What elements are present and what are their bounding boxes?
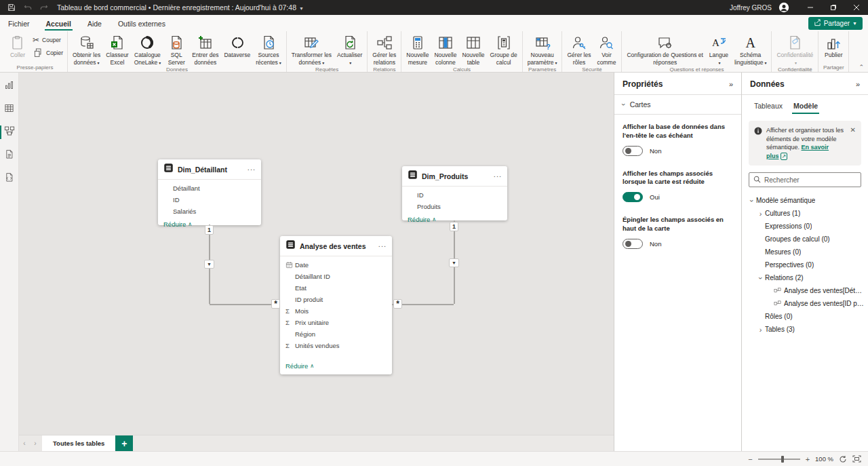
reset-zoom-icon[interactable] [839, 455, 847, 463]
tree-item-modele-semantique[interactable]: ›Modèle sémantique [747, 194, 865, 207]
voir-comme-button[interactable]: Voircomme [593, 33, 619, 66]
menu-item-accueil[interactable]: Accueil [38, 16, 79, 31]
table-card-dim-produits[interactable]: Dim_Produits...IDProduitsRéduire∧ [402, 166, 507, 220]
obtenir-les-donnees-button[interactable]: Obtenir lesdonnées▾ [70, 33, 103, 66]
table-card-header[interactable]: Analyse des ventes... [280, 236, 392, 256]
save-icon[interactable] [7, 3, 16, 12]
nouvelle-table-button[interactable]: Nouvelletable [459, 33, 487, 66]
minimize-button[interactable] [799, 0, 822, 15]
fit-to-screen-icon[interactable] [852, 455, 861, 463]
table-card-header[interactable]: Dim_Produits... [402, 166, 507, 187]
collapse-label: Réduire [285, 362, 308, 370]
add-layout-button[interactable]: + [115, 435, 133, 451]
field-detaillant-id[interactable]: Détaillant ID [285, 271, 387, 282]
zoom-in-icon[interactable]: + [806, 455, 810, 463]
chevron-icon[interactable]: › [748, 196, 756, 205]
share-button[interactable]: Partager ▼ [808, 17, 863, 30]
nouvelle-colonne-button[interactable]: Nouvellecolonne [431, 33, 459, 66]
field-id[interactable]: ID [163, 194, 256, 206]
tree-item-relations-2[interactable]: ›Relations (2) [747, 271, 865, 284]
search-input[interactable] [764, 176, 856, 184]
tree-item-analyse-des-ventes-detai[interactable]: Analyse des ventes[Détaillant ID] <… [747, 284, 865, 297]
field-unites-vendues[interactable]: ΣUnités vendues [285, 340, 387, 351]
chevron-icon[interactable]: › [756, 326, 765, 334]
field-id-produit[interactable]: ID produit [285, 294, 387, 305]
gerer-les-roles-button[interactable]: Gérer lesrôles [564, 33, 593, 66]
tree-item-cultures-1[interactable]: ›Cultures (1) [747, 207, 865, 220]
entrer-des-donnees-button[interactable]: Entrer desdonnées [189, 33, 221, 66]
collapse-ribbon-icon[interactable]: ⌃ [859, 64, 864, 71]
nouvelle-mesure-button[interactable]: Nouvellemesure [403, 33, 431, 66]
tab-tableaux[interactable]: Tableaux [750, 100, 787, 114]
rail-item-model-view[interactable] [0, 124, 19, 140]
zoom-slider[interactable] [758, 459, 800, 460]
field-label: Prix unitaire [295, 319, 329, 326]
field-label: Salariés [173, 208, 196, 215]
field-region[interactable]: Région [285, 328, 387, 340]
tree-item-tables-3[interactable]: ›Tables (3) [747, 323, 865, 336]
more-options-icon[interactable]: ... [494, 172, 502, 180]
field-mois[interactable]: ΣMois [285, 305, 387, 317]
user-avatar[interactable] [778, 2, 789, 13]
sql-server-button[interactable]: SQLServer [163, 33, 189, 66]
toggle-switch[interactable] [623, 146, 643, 156]
tree-item-perspectives-0[interactable]: Perspectives (0) [747, 258, 865, 271]
ribbon-group-presse-papiers: Coller✂CouperCopierPresse-papiers [3, 31, 68, 72]
rail-item-table-view[interactable] [0, 101, 19, 117]
tree-item-expressions-0[interactable]: Expressions (0) [747, 220, 865, 233]
actualiser-button[interactable]: Actualiser▾ [334, 33, 365, 66]
dataverse-button[interactable]: Dataverse [221, 33, 253, 66]
groupe-de-calcul-button[interactable]: Groupe decalcul [488, 33, 520, 66]
close-button[interactable] [845, 0, 868, 15]
field-date[interactable]: Date [285, 259, 387, 271]
transformer-les-donnees-button[interactable]: Transformer lesdonnées▾ [289, 33, 334, 66]
chevron-icon[interactable]: › [756, 210, 765, 218]
document-title[interactable]: Tableau de bord commercial • Dernière en… [57, 3, 304, 12]
table-card-dim-detaillant[interactable]: Dim_Détaillant...DétaillantIDSalariésRéd… [158, 159, 261, 225]
field-etat[interactable]: Etat [285, 282, 387, 294]
table-card-analyse-des-ventes[interactable]: Analyse des ventes...DateDétaillant IDEt… [280, 236, 392, 374]
cards-section-header[interactable]: › Cartes [614, 95, 741, 115]
chevron-icon[interactable]: › [757, 273, 765, 282]
classeur-excel-button[interactable]: ClasseurExcel [103, 33, 132, 66]
close-icon[interactable]: ✕ [849, 126, 857, 134]
model-canvas[interactable]: Dim_Détaillant...DétaillantIDSalariésRéd… [19, 73, 614, 435]
collapse-card-link[interactable]: Réduire∧ [280, 359, 392, 374]
tree-item-analyse-des-ventes-id-pr[interactable]: Analyse des ventes[ID produit] <— … [747, 297, 865, 310]
zoom-out-icon[interactable]: − [748, 455, 752, 463]
catalogue-onelake-button[interactable]: CatalogueOneLake▾ [132, 33, 164, 66]
layout-tab[interactable]: Toutes les tables [42, 435, 115, 451]
collapse-panel-icon[interactable]: » [729, 80, 733, 88]
field-salaries[interactable]: Salariés [163, 206, 256, 217]
rail-item-dax-query-view[interactable] [0, 147, 19, 163]
field-prix-unitaire[interactable]: ΣPrix unitaire [285, 317, 387, 328]
table-card-header[interactable]: Dim_Détaillant... [158, 159, 261, 180]
more-options-icon[interactable]: ... [378, 242, 387, 250]
field-id[interactable]: ID [408, 189, 502, 201]
clipboard-icon [9, 34, 26, 52]
schema-linguistique-button[interactable]: ASchémalinguistique▾ [732, 33, 770, 66]
tab-modele[interactable]: Modèle [789, 100, 822, 114]
menu-item-fichier[interactable]: Fichier [0, 16, 38, 31]
toggle-switch[interactable] [623, 239, 643, 249]
tree-item-groupes-de-calcul-0[interactable]: Groupes de calcul (0) [747, 233, 865, 246]
collapse-panel-icon[interactable]: » [856, 80, 860, 88]
rail-item-tmdl-view[interactable] [0, 170, 19, 187]
rail-item-report-view[interactable] [0, 78, 19, 94]
tree-item-mesures-0[interactable]: Mesures (0) [747, 246, 865, 258]
field-detaillant[interactable]: Détaillant [163, 182, 256, 194]
menu-item-aide[interactable]: Aide [79, 16, 110, 31]
field-produits[interactable]: Produits [408, 201, 502, 212]
publier-button[interactable]: Publier [821, 33, 846, 64]
configuration-de-questions-et-reponses-button[interactable]: Configuration de Questions etréponses [624, 33, 705, 66]
toggle-switch[interactable] [623, 192, 643, 202]
menu-item-outils-externes[interactable]: Outils externes [110, 16, 174, 31]
gerer-les-relations-button[interactable]: Gérer lesrelations [370, 33, 399, 66]
langue-button[interactable]: ALangue▾ [706, 33, 732, 66]
restore-button[interactable] [822, 0, 845, 15]
tree-item-roles-0[interactable]: Rôles (0) [747, 310, 865, 323]
more-options-icon[interactable]: ... [248, 166, 256, 173]
zoom-level[interactable]: 100 % [815, 455, 833, 463]
nouveau-parametre-button[interactable]: ?Nouveauparamètre▾ [525, 33, 560, 66]
sources-recentes-button[interactable]: Sourcesrécentes▾ [253, 33, 284, 66]
